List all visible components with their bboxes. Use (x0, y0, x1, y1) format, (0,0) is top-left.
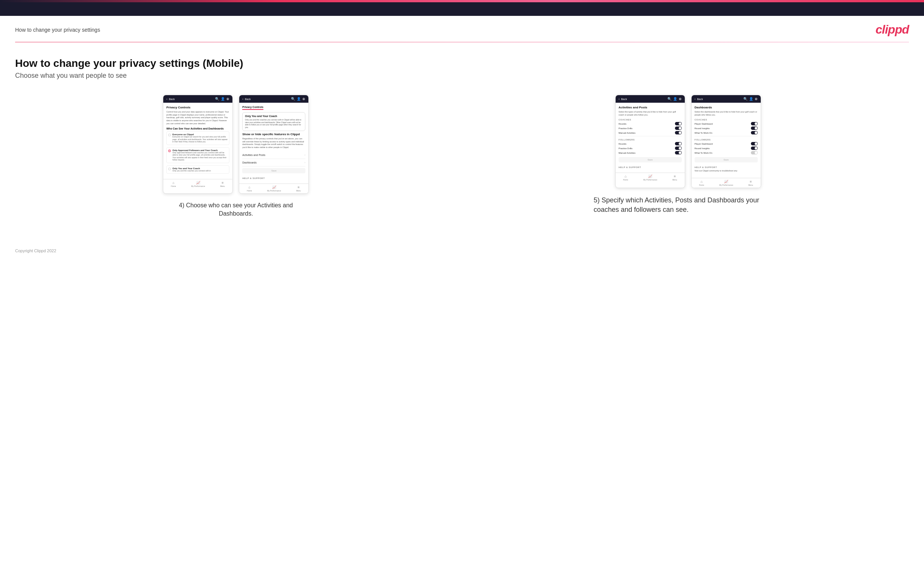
nav-my-performance[interactable]: 📈 My Performance (191, 181, 205, 187)
coaches-rounds-toggle[interactable] (675, 122, 682, 126)
screen4-coaches-player-dashboard: Player Dashboard (695, 122, 758, 126)
top-navigation-bar (0, 2, 924, 16)
person-icon2[interactable]: 👤 (297, 97, 301, 101)
screen4-back-button[interactable]: ‹ Back (695, 97, 703, 101)
followers-player-dashboard-toggle[interactable] (751, 142, 758, 145)
settings-icon2[interactable]: ⊕ (302, 97, 305, 101)
nav-performance2[interactable]: 📈 My Performance (267, 185, 281, 192)
nav-menu3[interactable]: ≡ Menu (672, 174, 677, 181)
screen1-option-followers[interactable]: Only Approved Followers and Your Coach O… (166, 147, 229, 163)
screen4-coaches-round-insights: Round Insights (695, 126, 758, 130)
screen4-followers-heading: FOLLOWERS (695, 139, 758, 141)
followers-what-to-work-toggle[interactable] (751, 151, 758, 155)
nav-menu4[interactable]: ≡ Menu (748, 180, 753, 186)
nav-performance-label2: My Performance (267, 190, 281, 192)
option-followers-text: Only Approved Followers and Your Coach O… (172, 149, 228, 161)
nav-menu-label2: Menu (296, 190, 301, 192)
settings-icon4[interactable]: ⊕ (755, 97, 758, 101)
screen1-content: Privacy Controls Control how you and you… (163, 103, 233, 179)
screen4-back-label: Back (697, 98, 703, 100)
performance-icon4: 📈 (724, 180, 728, 184)
search-icon2[interactable]: 🔍 (291, 97, 295, 101)
search-icon3[interactable]: 🔍 (667, 97, 672, 101)
screen2-topbar: ‹ Back 🔍 👤 ⊕ (239, 95, 309, 103)
person-icon4[interactable]: 👤 (749, 97, 753, 101)
followers-manual-label: Manual Activities (619, 152, 636, 154)
radio-followers[interactable] (168, 150, 171, 152)
save-button-screen4[interactable]: Save (695, 157, 758, 162)
search-icon[interactable]: 🔍 (215, 97, 219, 101)
nav-home3[interactable]: ⌂ Home (623, 174, 628, 181)
followers-round-insights-label: Round Insights (695, 147, 710, 150)
back-chevron-icon2: ‹ (242, 97, 243, 101)
followers-rounds-toggle[interactable] (675, 142, 682, 145)
nav-menu-label: Menu (220, 185, 225, 187)
screen3-topbar: ‹ Back 🔍 👤 ⊕ (615, 95, 685, 103)
screen1-section-title: Privacy Controls (166, 106, 229, 109)
screen4-followers-what-to-work: What To Work On (695, 151, 758, 155)
screen2-back-button[interactable]: ‹ Back (242, 97, 250, 101)
chevron-right-icon2: › (305, 161, 306, 164)
save-button-screen3[interactable]: Save (619, 157, 682, 162)
screen2-show-hide-title: Show or hide specific features in Clippd (242, 132, 305, 136)
coaches-drills-toggle[interactable] (675, 126, 682, 130)
nav-menu[interactable]: ≡ Menu (220, 181, 225, 187)
followers-round-insights-toggle[interactable] (751, 147, 758, 150)
coaches-what-to-work-toggle[interactable] (751, 131, 758, 134)
option-everyone-desc: Everyone on Clippd can search for you an… (172, 135, 228, 143)
screen4-topbar: ‹ Back 🔍 👤 ⊕ (691, 95, 761, 103)
back-chevron-icon3: ‹ (619, 97, 620, 101)
page-header: How to change your privacy settings clip… (0, 16, 924, 37)
nav-menu2[interactable]: ≡ Menu (296, 185, 301, 192)
screen-1-privacy-controls: ‹ Back 🔍 👤 ⊕ Privacy Controls Control ho… (163, 95, 233, 194)
save-button-screen2[interactable]: Save (242, 168, 305, 173)
followers-player-dashboard-label: Player Dashboard (695, 143, 713, 145)
divider2 (695, 136, 758, 136)
screen1-back-button[interactable]: ‹ Back (166, 97, 174, 101)
screen4-content: Dashboards Select the dashboards that yo… (691, 103, 761, 178)
screen2-bottom-nav: ⌂ Home 📈 My Performance ≡ Menu (239, 184, 309, 193)
screen1-option-coach-only[interactable]: Only You and Your Coach Only you and the… (166, 165, 229, 174)
screen4-coaches-heading: COACHES (695, 119, 758, 121)
privacy-controls-tab[interactable]: Privacy Controls (242, 106, 263, 110)
settings-icon3[interactable]: ⊕ (679, 97, 682, 101)
option-coach-text: Only You and Your Coach Only you and the… (172, 167, 211, 172)
coaches-what-to-work-label: What To Work On (695, 132, 712, 134)
nav-menu-label4: Menu (748, 184, 753, 186)
followers-manual-toggle[interactable] (675, 151, 682, 155)
nav-performance4[interactable]: 📈 My Performance (719, 180, 733, 186)
option-coach-desc: Only you and the coaches you connect wit… (172, 169, 211, 172)
settings-icon[interactable]: ⊕ (226, 97, 229, 101)
help-support-label: Help & Support (242, 177, 305, 179)
person-icon[interactable]: 👤 (221, 97, 225, 101)
coaches-manual-toggle[interactable] (675, 131, 682, 134)
menu-icon2: ≡ (297, 185, 299, 189)
screen1-option-everyone[interactable]: Everyone on Clippd Everyone on Clippd ca… (166, 131, 229, 145)
nav-home2[interactable]: ⌂ Home (247, 185, 252, 192)
coaches-player-dashboard-toggle[interactable] (751, 122, 758, 126)
screen3-back-button[interactable]: ‹ Back (619, 97, 627, 101)
nav-performance3[interactable]: 📈 My Performance (643, 174, 657, 181)
menu-dashboards[interactable]: Dashboards › (242, 159, 305, 166)
menu-activities-posts[interactable]: Activities and Posts › (242, 152, 305, 159)
search-icon4[interactable]: 🔍 (743, 97, 748, 101)
screen4-followers-player-dashboard: Player Dashboard (695, 142, 758, 145)
popup-text: Only you and the coaches you connect wit… (245, 119, 303, 128)
screen3-section-title: Activities and Posts (619, 106, 682, 109)
radio-coach-only[interactable] (168, 168, 171, 170)
footer: Copyright Clippd 2022 (0, 241, 924, 261)
screen4-section-title: Dashboards (695, 106, 758, 109)
screen3-coaches-drills: Practice Drills (619, 126, 682, 130)
nav-home4[interactable]: ⌂ Home (699, 180, 704, 186)
radio-everyone[interactable] (168, 134, 171, 136)
person-icon3[interactable]: 👤 (673, 97, 677, 101)
breadcrumb-title: How to change your privacy settings (15, 27, 100, 33)
screenshots-row: ‹ Back 🔍 👤 ⊕ Privacy Controls Control ho… (15, 95, 909, 218)
followers-drills-toggle[interactable] (675, 147, 682, 150)
coaches-round-insights-toggle[interactable] (751, 126, 758, 130)
followers-drills-label: Practice Drills (619, 147, 633, 150)
popup-title: Only You and Your Coach (245, 115, 303, 118)
screen4-help-support: Help & Support (695, 166, 758, 168)
nav-home[interactable]: ⌂ Home (171, 181, 176, 187)
popup-coach-only: Only You and Your Coach Only you and the… (242, 112, 305, 131)
